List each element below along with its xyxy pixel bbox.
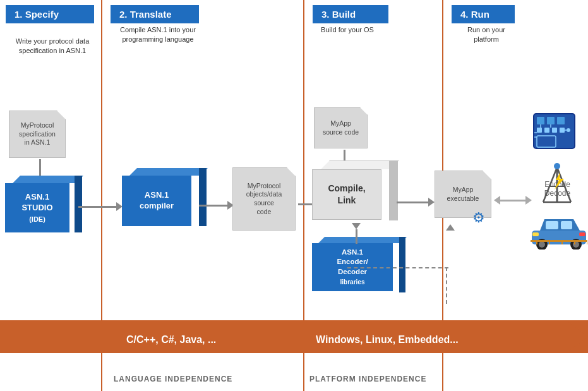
diagram: 1. Specify 2. Translate 3. Build 4. Run … [0, 0, 588, 391]
svg-rect-2 [547, 117, 555, 124]
svg-rect-1 [537, 117, 544, 124]
svg-rect-31 [579, 232, 585, 236]
lang-independence-label: LANGUAGE INDEPENDENCE [114, 375, 232, 383]
platform-independence-label: PLATFORM INDEPENDENCE [309, 375, 426, 383]
car-icon [531, 212, 587, 250]
step4-header: 4. Run [452, 5, 515, 23]
svg-line-17 [557, 167, 571, 202]
svg-rect-6 [552, 128, 557, 133]
languages-label: C/C++, C#, Java, ... [126, 334, 216, 346]
compile-link-container: Compile,Link [312, 169, 381, 220]
svg-point-29 [573, 241, 579, 248]
bottom-bar [0, 320, 588, 353]
double-arrow-encode-decode [494, 196, 532, 205]
dashed-line [347, 267, 448, 268]
bar-arrow-tip [566, 320, 588, 353]
circuit-icon [531, 111, 578, 155]
gear-icon: ⚙ [472, 210, 485, 226]
svg-point-20 [554, 163, 560, 169]
svg-line-16 [543, 167, 557, 202]
myprotocol-data-doc: MyProtocolobjects/datasourcecode [232, 167, 296, 231]
step3-desc: Build for your OS [309, 25, 385, 35]
svg-rect-30 [532, 232, 539, 236]
step1-desc: Write your protocol data specification i… [6, 37, 99, 56]
antenna-icon [540, 161, 575, 208]
step4-desc: Run on yourplatform [448, 25, 524, 45]
svg-rect-4 [537, 128, 542, 133]
arrow-studio-to-compiler [78, 202, 123, 211]
svg-point-27 [539, 241, 545, 248]
svg-rect-5 [544, 128, 549, 133]
asn1-compiler-label: ASN.1compiler [140, 190, 174, 212]
svg-rect-25 [561, 221, 572, 229]
dashed-arrow-head [446, 224, 455, 231]
svg-point-14 [567, 128, 570, 132]
svg-rect-3 [557, 117, 565, 124]
myprotocol-spec-doc: MyProtocolspecificationin ASN.1 [9, 111, 66, 158]
step1-header: 1. Specify [6, 5, 94, 23]
step3-header: 3. Build [313, 5, 388, 23]
asn1-studio-label: ASN.1STUDIO(IDE) [21, 191, 52, 225]
myapp-source-doc: MyAppsource code [314, 107, 368, 148]
arrow-compiler-to-data [199, 201, 234, 210]
step2-header: 2. Translate [111, 5, 199, 23]
arrow-encoder-to-compile [352, 223, 361, 244]
svg-rect-32 [531, 240, 587, 242]
platforms-label: Windows, Linux, Embedded... [316, 334, 459, 346]
arrow-compile-to-exe [397, 198, 435, 207]
dashed-line-v [446, 267, 447, 304]
svg-rect-24 [546, 221, 558, 229]
compile-link-label: Compile,Link [328, 183, 365, 207]
step2-desc: Compile ASN.1 into yourprogramming langu… [107, 25, 208, 45]
asn1-compiler-container: ASN.1compiler [122, 176, 191, 226]
asn1-studio-container: ASN.1STUDIO(IDE) [5, 183, 69, 232]
